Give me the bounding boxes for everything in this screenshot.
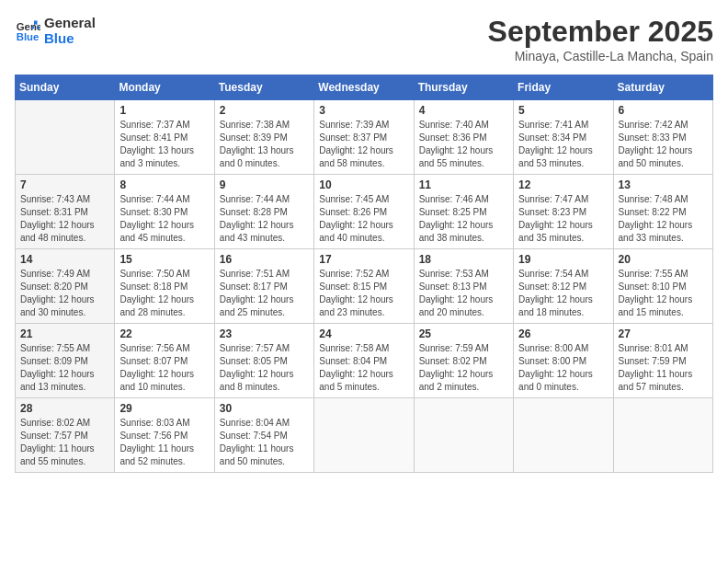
day-info: Sunrise: 7:44 AMSunset: 8:30 PMDaylight:…	[119, 193, 209, 245]
title-block: September 2025 Minaya, Castille-La Manch…	[488, 15, 713, 63]
day-number: 24	[319, 327, 408, 340]
day-cell: 22Sunrise: 7:56 AMSunset: 8:07 PMDayligh…	[115, 324, 214, 398]
day-info: Sunrise: 7:58 AMSunset: 8:04 PMDaylight:…	[319, 342, 408, 394]
day-info: Sunrise: 7:40 AMSunset: 8:36 PMDaylight:…	[419, 119, 508, 170]
day-info: Sunrise: 7:52 AMSunset: 8:15 PMDaylight:…	[319, 268, 408, 319]
day-number: 12	[518, 178, 608, 191]
day-cell: 5Sunrise: 7:41 AMSunset: 8:34 PMDaylight…	[514, 100, 613, 175]
day-number: 13	[619, 178, 708, 191]
day-cell: 10Sunrise: 7:45 AMSunset: 8:26 PMDayligh…	[314, 175, 414, 249]
day-cell: 13Sunrise: 7:48 AMSunset: 8:22 PMDayligh…	[613, 175, 712, 249]
day-cell: 3Sunrise: 7:39 AMSunset: 8:37 PMDaylight…	[314, 100, 414, 175]
day-number: 5	[518, 104, 608, 117]
day-info: Sunrise: 7:38 AMSunset: 8:39 PMDaylight:…	[220, 119, 309, 170]
day-number: 26	[518, 327, 608, 340]
day-info: Sunrise: 7:42 AMSunset: 8:33 PMDaylight:…	[619, 119, 708, 170]
day-cell: 19Sunrise: 7:54 AMSunset: 8:12 PMDayligh…	[514, 249, 613, 324]
day-number: 20	[619, 253, 708, 266]
day-info: Sunrise: 7:44 AMSunset: 8:28 PMDaylight:…	[220, 193, 309, 245]
day-cell: 23Sunrise: 7:57 AMSunset: 8:05 PMDayligh…	[214, 324, 313, 398]
day-cell: 14Sunrise: 7:49 AMSunset: 8:20 PMDayligh…	[16, 249, 115, 324]
day-info: Sunrise: 7:53 AMSunset: 8:13 PMDaylight:…	[419, 268, 508, 319]
day-info: Sunrise: 7:47 AMSunset: 8:23 PMDaylight:…	[518, 193, 608, 245]
day-cell: 29Sunrise: 8:03 AMSunset: 7:56 PMDayligh…	[115, 398, 214, 473]
day-number: 15	[119, 253, 209, 266]
day-cell	[314, 398, 414, 473]
day-number: 11	[419, 178, 508, 191]
day-number: 6	[619, 104, 708, 117]
month-title: September 2025	[488, 15, 713, 49]
week-row-1: 1Sunrise: 7:37 AMSunset: 8:41 PMDaylight…	[16, 100, 713, 175]
day-header-saturday: Saturday	[613, 75, 712, 100]
week-row-4: 21Sunrise: 7:55 AMSunset: 8:09 PMDayligh…	[16, 324, 713, 398]
day-number: 2	[220, 104, 309, 117]
day-number: 1	[119, 104, 209, 117]
location: Minaya, Castille-La Mancha, Spain	[488, 49, 713, 63]
calendar-table: SundayMondayTuesdayWednesdayThursdayFrid…	[15, 75, 713, 473]
logo-line1: General	[44, 15, 96, 30]
day-cell: 20Sunrise: 7:55 AMSunset: 8:10 PMDayligh…	[613, 249, 712, 324]
day-cell: 28Sunrise: 8:02 AMSunset: 7:57 PMDayligh…	[16, 398, 115, 473]
day-number: 28	[20, 402, 109, 415]
day-cell: 25Sunrise: 7:59 AMSunset: 8:02 PMDayligh…	[414, 324, 513, 398]
day-number: 3	[319, 104, 408, 117]
day-cell: 17Sunrise: 7:52 AMSunset: 8:15 PMDayligh…	[314, 249, 414, 324]
day-cell: 9Sunrise: 7:44 AMSunset: 8:28 PMDaylight…	[214, 175, 313, 249]
week-row-2: 7Sunrise: 7:43 AMSunset: 8:31 PMDaylight…	[16, 175, 713, 249]
day-cell: 26Sunrise: 8:00 AMSunset: 8:00 PMDayligh…	[514, 324, 613, 398]
logo: General Blue General Blue	[15, 15, 96, 46]
day-cell: 30Sunrise: 8:04 AMSunset: 7:54 PMDayligh…	[214, 398, 313, 473]
day-header-friday: Friday	[514, 75, 613, 100]
day-number: 21	[20, 327, 109, 340]
day-header-thursday: Thursday	[414, 75, 513, 100]
day-info: Sunrise: 8:02 AMSunset: 7:57 PMDaylight:…	[20, 417, 109, 468]
day-info: Sunrise: 7:46 AMSunset: 8:25 PMDaylight:…	[419, 193, 508, 245]
day-cell: 6Sunrise: 7:42 AMSunset: 8:33 PMDaylight…	[613, 100, 712, 175]
day-info: Sunrise: 7:54 AMSunset: 8:12 PMDaylight:…	[518, 268, 608, 319]
day-cell: 1Sunrise: 7:37 AMSunset: 8:41 PMDaylight…	[115, 100, 214, 175]
day-cell	[514, 398, 613, 473]
day-number: 10	[319, 178, 408, 191]
day-info: Sunrise: 7:55 AMSunset: 8:10 PMDaylight:…	[619, 268, 708, 319]
day-number: 9	[220, 178, 309, 191]
day-number: 25	[419, 327, 508, 340]
day-cell: 4Sunrise: 7:40 AMSunset: 8:36 PMDaylight…	[414, 100, 513, 175]
day-cell	[414, 398, 513, 473]
day-info: Sunrise: 7:56 AMSunset: 8:07 PMDaylight:…	[119, 342, 209, 394]
logo-line2: Blue	[44, 30, 96, 46]
day-cell: 18Sunrise: 7:53 AMSunset: 8:13 PMDayligh…	[414, 249, 513, 324]
day-header-row: SundayMondayTuesdayWednesdayThursdayFrid…	[16, 75, 713, 100]
day-info: Sunrise: 7:37 AMSunset: 8:41 PMDaylight:…	[119, 119, 209, 170]
day-info: Sunrise: 7:55 AMSunset: 8:09 PMDaylight:…	[20, 342, 109, 394]
day-number: 22	[119, 327, 209, 340]
day-info: Sunrise: 8:01 AMSunset: 7:59 PMDaylight:…	[619, 342, 708, 394]
day-header-monday: Monday	[115, 75, 214, 100]
day-cell: 2Sunrise: 7:38 AMSunset: 8:39 PMDaylight…	[214, 100, 313, 175]
day-info: Sunrise: 7:49 AMSunset: 8:20 PMDaylight:…	[20, 268, 109, 319]
day-cell: 15Sunrise: 7:50 AMSunset: 8:18 PMDayligh…	[115, 249, 214, 324]
day-number: 4	[419, 104, 508, 117]
day-cell	[16, 100, 115, 175]
day-info: Sunrise: 7:59 AMSunset: 8:02 PMDaylight:…	[419, 342, 508, 394]
page-header: General Blue General Blue September 2025…	[15, 15, 713, 63]
day-cell: 11Sunrise: 7:46 AMSunset: 8:25 PMDayligh…	[414, 175, 513, 249]
day-number: 23	[220, 327, 309, 340]
day-number: 7	[20, 178, 109, 191]
day-number: 30	[220, 402, 309, 415]
day-info: Sunrise: 7:57 AMSunset: 8:05 PMDaylight:…	[220, 342, 309, 394]
day-cell: 24Sunrise: 7:58 AMSunset: 8:04 PMDayligh…	[314, 324, 414, 398]
day-info: Sunrise: 8:00 AMSunset: 8:00 PMDaylight:…	[518, 342, 608, 394]
day-cell: 21Sunrise: 7:55 AMSunset: 8:09 PMDayligh…	[16, 324, 115, 398]
logo-text-block: General Blue	[44, 15, 96, 46]
day-number: 29	[119, 402, 209, 415]
day-cell: 27Sunrise: 8:01 AMSunset: 7:59 PMDayligh…	[613, 324, 712, 398]
day-cell: 7Sunrise: 7:43 AMSunset: 8:31 PMDaylight…	[16, 175, 115, 249]
day-number: 18	[419, 253, 508, 266]
day-info: Sunrise: 7:51 AMSunset: 8:17 PMDaylight:…	[220, 268, 309, 319]
day-info: Sunrise: 7:39 AMSunset: 8:37 PMDaylight:…	[319, 119, 408, 170]
day-info: Sunrise: 7:43 AMSunset: 8:31 PMDaylight:…	[20, 193, 109, 245]
day-cell: 12Sunrise: 7:47 AMSunset: 8:23 PMDayligh…	[514, 175, 613, 249]
day-number: 19	[518, 253, 608, 266]
day-info: Sunrise: 7:45 AMSunset: 8:26 PMDaylight:…	[319, 193, 408, 245]
logo-icon: General Blue	[15, 17, 40, 43]
